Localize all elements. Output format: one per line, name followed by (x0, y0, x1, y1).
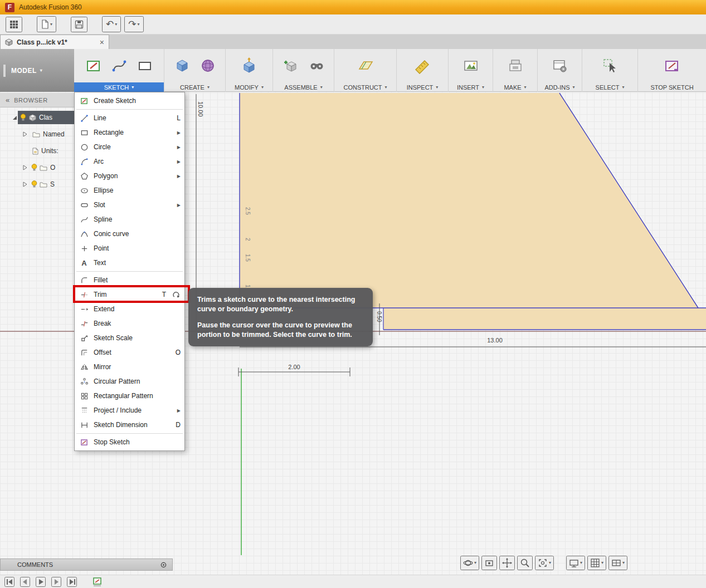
joint-tool-button[interactable] (308, 57, 325, 74)
dim-text-bottom[interactable]: 2.00 (288, 364, 300, 370)
menu-item-sketch-dimension[interactable]: Sketch Dimension D (75, 418, 184, 432)
file-menu-button[interactable]: ▾ (37, 16, 56, 32)
browser-units-row[interactable]: Units: (0, 144, 59, 158)
timeline-play-button[interactable] (36, 577, 46, 587)
menu-item-break[interactable]: Break (75, 316, 184, 331)
menu-item-project-include[interactable]: Project / Include ▶ (75, 403, 184, 418)
scripts-addins-tool-button[interactable] (552, 57, 568, 74)
close-tab-icon[interactable]: × (100, 38, 104, 46)
document-tab[interactable]: Class p...ick v1* × (0, 35, 109, 49)
timeline-sketch-feature-marker[interactable] (92, 577, 103, 587)
browser-origin-row[interactable]: O (0, 160, 55, 175)
measure-tool-button[interactable] (414, 57, 431, 74)
inspect-menu-dropdown[interactable]: INSPECT▾ (397, 82, 448, 92)
comments-marker-icon[interactable] (160, 562, 167, 568)
menu-item-text[interactable]: A Text (75, 256, 184, 270)
selected-document-node[interactable]: Clas (18, 111, 74, 124)
fit-button[interactable]: ▾ (535, 556, 554, 570)
3d-print-tool-button[interactable] (507, 57, 524, 74)
expander-collapsed-icon[interactable] (21, 165, 28, 170)
expander-collapsed-icon[interactable] (21, 131, 28, 137)
new-component-tool-button[interactable] (283, 57, 299, 74)
look-at-button[interactable] (481, 556, 497, 570)
select-tool-button[interactable] (602, 57, 619, 74)
sketch-fill-region[interactable] (240, 93, 698, 308)
menu-item-conic-curve[interactable]: Conic curve (75, 227, 184, 241)
timeline-step-back-button[interactable] (20, 577, 30, 587)
fillet-icon (79, 276, 89, 285)
sketch-fill-strip[interactable] (383, 308, 706, 330)
construct-plane-tool-button[interactable] (357, 57, 374, 74)
zoom-button[interactable] (517, 556, 533, 570)
viewports-button[interactable]: ▾ (608, 556, 627, 570)
timeline-go-to-start-button[interactable] (4, 577, 14, 587)
create-sketch-tool-button[interactable] (85, 57, 102, 74)
expander-expanded-icon[interactable] (11, 115, 18, 120)
menu-item-rectangle[interactable]: Rectangle ▶ (75, 125, 184, 140)
box-icon (174, 57, 191, 74)
menu-item-circle[interactable]: Circle ▶ (75, 140, 184, 154)
expander-collapsed-icon[interactable] (21, 182, 28, 187)
comments-bar[interactable]: COMMENTS (0, 558, 173, 571)
create-form-tool-button[interactable] (199, 57, 216, 74)
save-icon (75, 20, 84, 29)
make-menu-dropdown[interactable]: MAKE▾ (493, 82, 537, 92)
sketch-rectangle-tool-button[interactable] (137, 57, 153, 74)
display-settings-button[interactable]: ▾ (566, 556, 585, 570)
app-grid-button[interactable] (6, 17, 22, 32)
ribbon-toolbar: MODEL▾ SKETCH▾ (0, 49, 706, 92)
lightbulb-icon[interactable] (31, 180, 37, 188)
browser-root-row[interactable]: Clas (0, 110, 74, 125)
dim-text-height[interactable]: 10.00 (197, 101, 204, 117)
menu-item-point[interactable]: Point (75, 241, 184, 256)
browser-sketches-row[interactable]: S (0, 177, 55, 192)
menu-item-extend[interactable]: Extend (75, 302, 184, 316)
create-menu-dropdown[interactable]: CREATE▾ (164, 82, 225, 92)
menu-item-spline[interactable]: Spline (75, 212, 184, 227)
menu-item-arc[interactable]: Arc ▶ (75, 154, 184, 169)
menu-item-create-sketch[interactable]: Create Sketch (75, 94, 184, 108)
orbit-button[interactable]: ▾ (460, 556, 479, 570)
menu-item-mirror[interactable]: Mirror (75, 360, 184, 374)
timeline-step-forward-button[interactable] (51, 577, 61, 587)
browser-named-views-row[interactable]: Named (0, 127, 65, 141)
timeline-go-to-end-button[interactable] (67, 577, 77, 587)
sketch-menu-dropdown[interactable]: SKETCH▾ (74, 82, 164, 92)
workspace-selector[interactable]: MODEL▾ (0, 49, 74, 92)
menu-item-circular-pattern[interactable]: Circular Pattern (75, 374, 184, 389)
menu-item-slot[interactable]: Slot ▶ (75, 198, 184, 212)
browser-header[interactable]: « BROWSER (0, 93, 74, 107)
assemble-menu-dropdown[interactable]: ASSEMBLE▾ (273, 82, 334, 92)
undo-button[interactable]: ↶ ▾ (102, 16, 121, 32)
select-menu-dropdown[interactable]: SELECT▾ (582, 82, 637, 92)
toolbar-grip-handle[interactable] (3, 65, 6, 77)
grid-snaps-button[interactable]: ▾ (587, 556, 606, 570)
collapse-panel-icon[interactable]: « (6, 96, 9, 104)
document-tab-label: Class p...ick v1* (17, 38, 96, 46)
menu-item-fillet[interactable]: Fillet (75, 273, 184, 287)
modify-menu-dropdown[interactable]: MODIFY▾ (226, 82, 272, 92)
press-pull-tool-button[interactable] (241, 57, 257, 74)
construct-menu-dropdown[interactable]: CONSTRUCT▾ (334, 82, 396, 92)
lightbulb-icon[interactable] (20, 114, 26, 121)
dim-text-strip[interactable]: 0.50 (376, 311, 382, 322)
menu-item-line[interactable]: Line L (75, 111, 184, 125)
stop-sketch-button[interactable] (664, 57, 680, 74)
create-solid-tool-button[interactable] (174, 57, 191, 74)
insert-image-tool-button[interactable] (462, 57, 479, 74)
sketch-spline-tool-button[interactable] (111, 57, 128, 74)
menu-item-sketch-scale[interactable]: Sketch Scale (75, 331, 184, 345)
redo-button[interactable]: ↷ ▾ (124, 16, 143, 32)
lightbulb-icon[interactable] (31, 164, 37, 171)
dim-text-width[interactable]: 13.00 (487, 337, 503, 344)
pan-button[interactable] (499, 556, 515, 570)
addins-menu-dropdown[interactable]: ADD-INS▾ (538, 82, 582, 92)
menu-item-ellipse[interactable]: Ellipse (75, 183, 184, 198)
menu-item-stop-sketch[interactable]: Stop Sketch (75, 435, 184, 449)
save-button[interactable] (71, 17, 87, 32)
menu-item-polygon[interactable]: Polygon ▶ (75, 169, 184, 183)
menu-item-rectangular-pattern[interactable]: Rectangular Pattern (75, 389, 184, 403)
menu-item-trim[interactable]: Trim T (75, 287, 184, 302)
menu-item-offset[interactable]: Offset O (75, 345, 184, 360)
insert-menu-dropdown[interactable]: INSERT▾ (449, 82, 493, 92)
